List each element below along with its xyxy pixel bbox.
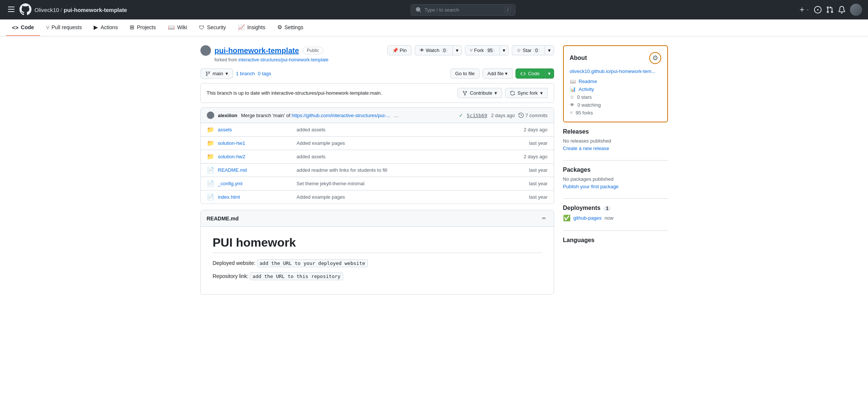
file-time: last year: [529, 194, 547, 200]
commit-sha-link[interactable]: 5c15b69: [467, 113, 487, 118]
search-bar[interactable]: Type / to search /: [411, 4, 515, 16]
watch-count: 0: [441, 48, 448, 53]
readme-body: PUI homework Deployed website: add the U…: [201, 227, 554, 294]
sync-fork-button[interactable]: Sync fork ▾: [505, 88, 547, 98]
branch-chevron: ▾: [226, 71, 228, 76]
main-content: pui-homework-template Public forked from…: [194, 36, 674, 303]
commit-history-link[interactable]: 7 commits: [518, 113, 547, 118]
tab-settings[interactable]: ⚙ Settings: [271, 19, 309, 36]
packages-empty: No packages published: [563, 176, 668, 182]
divider: [563, 231, 668, 231]
user-avatar[interactable]: [850, 4, 862, 16]
contribute-button[interactable]: Contribute ▾: [457, 88, 502, 98]
readme-content: Deployed website: add the URL to your de…: [213, 259, 542, 281]
about-title: About: [570, 55, 587, 61]
file-name-link[interactable]: README.md: [218, 167, 293, 173]
repo-name-link[interactable]: pui-homework-template: [215, 46, 299, 55]
about-stats: 📖 Readme 📊 Activity ☆ 0 stars 👁 0 watchi…: [570, 79, 661, 116]
fork-button[interactable]: ⑂ Fork 95: [465, 45, 499, 55]
fork-dropdown[interactable]: ▾: [499, 45, 509, 55]
file-name-link[interactable]: solution-hw2: [218, 154, 293, 159]
tab-security[interactable]: 🛡 Security: [193, 20, 232, 36]
commit-check-icon: ✓: [459, 113, 463, 118]
star-button[interactable]: ☆ Star 0: [512, 45, 545, 55]
latest-commit-row: alexiiion Merge branch 'main' of https:/…: [201, 108, 554, 123]
deployments-section: Deployments 1 ✅ github-pages now: [563, 205, 668, 222]
code-dropdown[interactable]: ▾: [545, 68, 554, 79]
commit-message-link[interactable]: https://github.com/interactive-structure…: [292, 113, 390, 118]
hamburger-button[interactable]: [6, 4, 16, 16]
tab-wiki-label: Wiki: [177, 24, 187, 30]
sync-fork-label: Sync fork: [517, 90, 538, 96]
breadcrumb-separator: /: [61, 7, 62, 13]
go-to-file-button[interactable]: Go to file: [450, 68, 480, 79]
github-logo[interactable]: [19, 3, 31, 16]
file-name-link[interactable]: solution-hw1: [218, 140, 293, 146]
commit-history-count: 7 commits: [525, 113, 547, 118]
sync-message: This branch is up to date with interacti…: [207, 90, 382, 96]
readme-edit-button[interactable]: ✏: [541, 214, 548, 223]
file-commit-message: added assets: [297, 154, 520, 159]
tags-link[interactable]: 0 tags: [258, 71, 271, 76]
pin-button[interactable]: 📌 Pin: [387, 45, 412, 55]
about-header: About ⚙: [570, 52, 661, 64]
projects-icon: ⊞: [130, 24, 134, 31]
about-website-link[interactable]: oliveck10.github.io/pui-homework-tem...: [570, 68, 661, 74]
tab-actions[interactable]: ▶ Actions: [88, 19, 124, 36]
deployment-check-icon: ✅: [563, 214, 571, 222]
publish-package-link[interactable]: Publish your first package: [563, 184, 619, 189]
tab-insights-label: Insights: [247, 24, 265, 30]
file-name-link[interactable]: assets: [218, 127, 293, 132]
pullrequest-icon-button[interactable]: [826, 6, 834, 13]
new-button[interactable]: [799, 7, 810, 13]
table-row: 📁 solution-hw2 added assets 2 days ago: [201, 150, 554, 164]
stars-stat: ☆ 0 stars: [570, 94, 661, 100]
file-time: 2 days ago: [524, 127, 548, 132]
readme-box: README.md ✏ PUI homework Deployed websit…: [200, 210, 554, 294]
breadcrumb-user[interactable]: Oliveck10: [34, 7, 59, 13]
watch-dropdown[interactable]: ▾: [453, 45, 462, 55]
repo-navigation: <> Code ⑂ Pull requests ▶ Actions ⊞ Proj…: [0, 19, 868, 36]
create-release-link[interactable]: Create a new release: [563, 146, 610, 151]
code-button[interactable]: Code: [515, 68, 544, 79]
issues-icon-button[interactable]: [814, 6, 822, 13]
file-name-link[interactable]: index.html: [218, 194, 293, 200]
watching-stat: 👁 0 watching: [570, 102, 661, 108]
fork-source-link[interactable]: interactive-structures/pui-homework-temp…: [239, 57, 329, 62]
tab-code[interactable]: <> Code: [6, 20, 40, 36]
watch-button[interactable]: 👁 Watch 0: [415, 45, 453, 55]
repo-owner-avatar: [200, 45, 211, 56]
tab-pull-requests-label: Pull requests: [52, 24, 82, 30]
readme-link[interactable]: 📖 Readme: [570, 79, 661, 84]
file-name-link[interactable]: _config.yml: [218, 181, 293, 186]
add-file-group: Add file ▾: [483, 68, 512, 79]
tab-code-label: Code: [21, 24, 34, 30]
branches-link[interactable]: 1 branch: [236, 71, 255, 76]
tab-projects[interactable]: ⊞ Projects: [124, 19, 162, 36]
branch-selector[interactable]: main ▾: [200, 68, 233, 79]
nav-center: Type / to search /: [130, 4, 796, 16]
file-icon: 📄: [207, 180, 214, 187]
folder-icon: 📁: [207, 126, 214, 133]
tab-insights[interactable]: 📈 Insights: [232, 19, 271, 36]
branch-bar: main ▾ 1 branch 0 tags Go to file Add fi…: [200, 68, 554, 79]
settings-icon: ⚙: [277, 24, 282, 31]
file-table: alexiiion Merge branch 'main' of https:/…: [200, 107, 554, 204]
deployment-link[interactable]: github-pages: [574, 215, 602, 221]
activity-link[interactable]: 📊 Activity: [570, 86, 661, 92]
releases-section: Releases No releases published Create a …: [563, 128, 668, 151]
repo-sidebar: About ⚙ oliveck10.github.io/pui-homework…: [563, 45, 668, 294]
commit-author-name[interactable]: alexiiion: [218, 113, 238, 118]
about-settings-button[interactable]: ⚙: [649, 52, 661, 64]
pull-request-icon: ⑂: [46, 24, 49, 31]
tab-wiki[interactable]: 📖 Wiki: [162, 19, 193, 36]
notifications-icon-button[interactable]: [838, 6, 846, 13]
table-row: 📄 index.html Added example pages last ye…: [201, 190, 554, 204]
breadcrumb-repo[interactable]: pui-homework-template: [64, 7, 127, 13]
star-group: ☆ Star 0 ▾: [512, 45, 554, 55]
deployment-item: ✅ github-pages now: [563, 214, 668, 222]
star-dropdown[interactable]: ▾: [545, 45, 554, 55]
tab-pull-requests[interactable]: ⑂ Pull requests: [40, 20, 88, 36]
table-row: 📁 solution-hw1 Added example pages last …: [201, 137, 554, 150]
add-file-button[interactable]: Add file ▾: [483, 68, 512, 79]
